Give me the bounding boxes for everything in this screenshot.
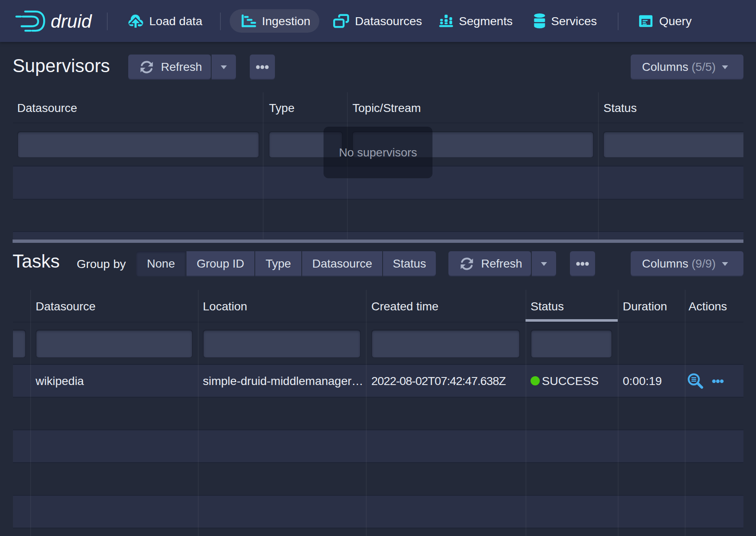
svg-text:druid: druid	[51, 11, 92, 31]
